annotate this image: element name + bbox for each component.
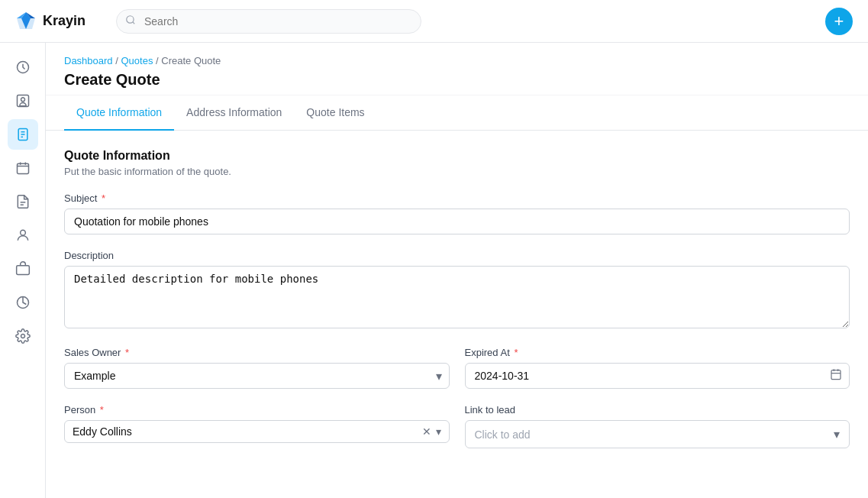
link-to-lead-dropdown-icon: ▾: [834, 427, 840, 441]
search-icon: [125, 15, 136, 28]
sidebar-item-tasks[interactable]: [8, 153, 38, 183]
svg-rect-18: [16, 266, 29, 275]
section-subtitle: Put the basic information of the quote.: [64, 166, 850, 177]
svg-rect-12: [17, 163, 28, 173]
breadcrumb-dashboard[interactable]: Dashboard: [64, 55, 113, 66]
tabs: Quote Information Address Information Qu…: [46, 95, 868, 131]
app-logo: Krayin: [15, 11, 107, 32]
person-dropdown-button[interactable]: ▾: [436, 425, 441, 438]
page-title: Create Quote: [64, 71, 850, 89]
sales-owner-field-group: Sales Owner * Example ▾: [64, 347, 450, 389]
svg-point-4: [127, 15, 134, 22]
sidebar-item-settings[interactable]: [8, 321, 38, 351]
svg-point-7: [21, 98, 24, 102]
breadcrumb: Dashboard / Quotes / Create Quote: [64, 55, 850, 66]
form-area: Quote Information Put the basic informat…: [46, 131, 868, 482]
link-to-lead-select[interactable]: Click to add ▾: [465, 420, 850, 448]
person-value: Eddy Collins: [73, 425, 418, 438]
description-label: Description: [64, 250, 850, 261]
logo-icon: [15, 11, 37, 32]
link-to-lead-placeholder: Click to add: [475, 428, 834, 441]
calendar-icon: [830, 368, 842, 383]
sidebar-item-reports[interactable]: [8, 287, 38, 318]
sidebar-item-products[interactable]: [8, 254, 38, 284]
search-input[interactable]: [116, 9, 421, 34]
svg-point-20: [21, 335, 24, 338]
sidebar: [0, 43, 46, 498]
app-name: Krayin: [43, 13, 86, 29]
sales-owner-label: Sales Owner *: [64, 347, 450, 358]
svg-line-5: [133, 21, 135, 24]
person-label: Person *: [64, 404, 450, 416]
add-button[interactable]: +: [825, 8, 853, 35]
link-to-lead-field-group: Link to lead Click to add ▾: [465, 404, 850, 448]
sidebar-item-contacts[interactable]: [8, 86, 38, 116]
subject-required-mark: *: [102, 192, 105, 204]
breadcrumb-current: Create Quote: [161, 55, 221, 66]
expired-at-label: Expired At *: [465, 347, 850, 358]
tab-address-information[interactable]: Address Information: [174, 95, 294, 131]
main-content: Dashboard / Quotes / Create Quote Create…: [46, 43, 868, 498]
section-title: Quote Information: [64, 149, 850, 163]
tab-quote-information[interactable]: Quote Information: [64, 95, 174, 131]
breadcrumb-quotes[interactable]: Quotes: [121, 55, 153, 66]
person-select-wrap[interactable]: Eddy Collins ✕ ▾: [64, 420, 450, 443]
svg-rect-21: [831, 370, 841, 380]
description-field-group: Description Detailed description for mob…: [64, 250, 850, 331]
person-field-group: Person * Eddy Collins ✕ ▾: [64, 404, 450, 448]
search-bar: [116, 9, 421, 34]
expired-at-date-wrap: [465, 363, 850, 389]
expired-at-input[interactable]: [465, 363, 850, 389]
svg-point-17: [20, 230, 25, 235]
description-textarea[interactable]: Detailed description for mobile phones: [64, 266, 850, 328]
subject-field-group: Subject *: [64, 192, 850, 234]
sidebar-item-activity[interactable]: [8, 52, 38, 82]
tab-quote-items[interactable]: Quote Items: [294, 95, 376, 131]
sales-owner-select-wrap: Example ▾: [64, 363, 450, 389]
sales-owner-select[interactable]: Example: [64, 363, 450, 389]
person-clear-button[interactable]: ✕: [422, 425, 431, 438]
sidebar-item-notes[interactable]: [8, 186, 38, 217]
sidebar-item-quotes[interactable]: [8, 119, 38, 150]
sidebar-item-persons[interactable]: [8, 220, 38, 251]
expired-at-field-group: Expired At *: [465, 347, 850, 389]
subject-label: Subject *: [64, 192, 850, 204]
person-actions: ✕ ▾: [422, 425, 441, 438]
link-to-lead-label: Link to lead: [465, 404, 850, 416]
subject-input[interactable]: [64, 209, 850, 234]
